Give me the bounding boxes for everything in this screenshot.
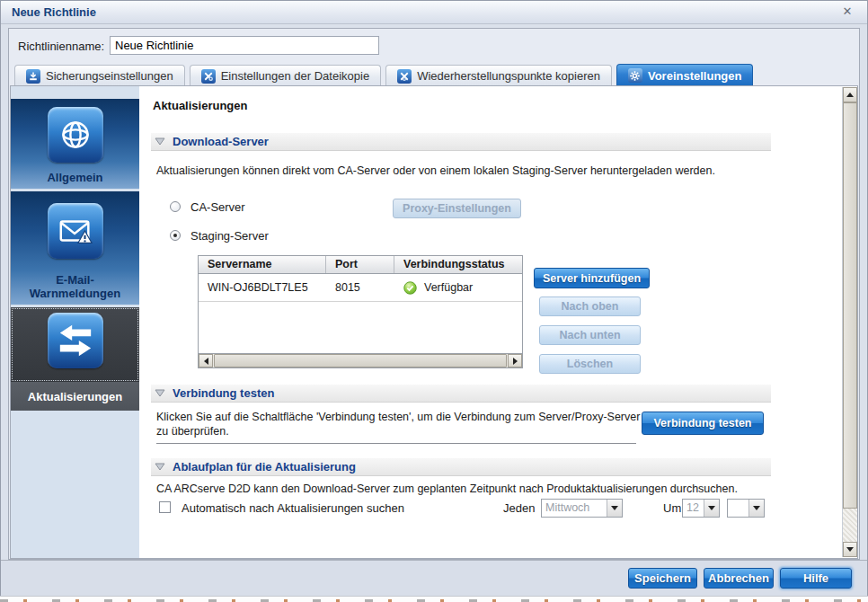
close-icon[interactable]: ✕ bbox=[840, 4, 855, 19]
vertical-scrollbar[interactable] bbox=[842, 87, 857, 557]
dialog-footer: Speichern Abbrechen Hilfe bbox=[1, 560, 867, 596]
chevron-down-icon bbox=[607, 500, 622, 517]
vertical-scrollbar-track[interactable] bbox=[843, 509, 857, 542]
section-header-download-server: Download-Server bbox=[151, 133, 771, 151]
staging-server-radio[interactable] bbox=[170, 230, 181, 241]
move-up-button[interactable]: Nach oben bbox=[539, 297, 641, 316]
help-button[interactable]: Hilfe bbox=[780, 568, 852, 589]
cell-status: Verfügbar bbox=[394, 281, 522, 295]
sidebar-selected-label-band: Aktualisierungen bbox=[11, 382, 139, 411]
weekday-select-value: Mittwoch bbox=[542, 500, 607, 517]
sidebar-item-allgemein[interactable]: Allgemein bbox=[11, 99, 139, 189]
table-header-row: Servername Port Verbindungsstatus bbox=[199, 256, 522, 274]
file-copy-settings-icon bbox=[201, 69, 216, 84]
test-connection-description: Klicken Sie auf die Schaltfläche 'Verbin… bbox=[156, 410, 642, 438]
download-server-description: Aktualisierungen können direkt vom CA-Se… bbox=[156, 164, 751, 178]
sidebar-item-email-warnmeldungen[interactable]: E-Mail- Warnmeldungen bbox=[11, 191, 139, 305]
scroll-left-icon[interactable] bbox=[199, 354, 213, 367]
background-page-sliver bbox=[0, 596, 868, 602]
vertical-scrollbar-thumb[interactable] bbox=[843, 102, 857, 509]
tab-strip: Sicherungseinstellungen Einstellungen de… bbox=[14, 64, 753, 86]
staging-server-radio-label: Staging-Server bbox=[190, 229, 269, 243]
dialog-titlebar: Neue Richtlinie ✕ bbox=[1, 1, 867, 24]
status-text: Verfügbar bbox=[424, 281, 473, 294]
collapse-icon[interactable] bbox=[153, 460, 166, 474]
cell-servername: WIN-OJ6BDLT7LE5 bbox=[199, 281, 326, 294]
ca-server-radio-label: CA-Server bbox=[190, 200, 245, 214]
table-horizontal-scrollbar[interactable] bbox=[199, 353, 522, 367]
table-empty-area bbox=[199, 302, 522, 353]
section-title: Download-Server bbox=[173, 135, 269, 148]
main-area: Aktualisierungen Download-Server Aktuali… bbox=[146, 86, 843, 558]
tab-label: Wiederherstellungspunkte kopieren bbox=[417, 69, 600, 83]
sidebar-icon-area bbox=[11, 191, 139, 259]
weekday-select[interactable]: Mittwoch bbox=[541, 499, 623, 518]
tab-preferences[interactable]: Voreinstellungen bbox=[616, 64, 754, 86]
table-row[interactable]: WIN-OJ6BDLT7LE5 8015 Verfügbar bbox=[199, 274, 522, 302]
copy-recovery-points-icon bbox=[397, 69, 412, 84]
tab-file-copy-settings[interactable]: Einstellungen der Dateikopie bbox=[190, 65, 382, 86]
minute-select-value bbox=[728, 500, 748, 517]
tab-content: Allgemein E-Mail- Warnmeldungen bbox=[10, 85, 858, 559]
tab-label: Sicherungseinstellungen bbox=[46, 69, 173, 83]
ca-server-radio[interactable] bbox=[170, 201, 181, 212]
schedule-description: CA ARCserve D2D kann den Download-Server… bbox=[156, 482, 785, 496]
collapse-icon[interactable] bbox=[153, 135, 166, 148]
email-alert-icon bbox=[48, 203, 103, 259]
save-button[interactable]: Speichern bbox=[628, 568, 697, 589]
proxy-settings-button[interactable]: Proxy-Einstellungen bbox=[393, 199, 521, 218]
auto-update-checkbox[interactable] bbox=[159, 501, 171, 513]
sidebar-item-aktualisierungen[interactable]: Aktualisierungen bbox=[11, 307, 139, 411]
scroll-down-icon[interactable] bbox=[843, 542, 857, 557]
globe-icon bbox=[48, 107, 103, 163]
chevron-down-icon bbox=[704, 500, 719, 517]
page-title: Aktualisierungen bbox=[153, 99, 247, 112]
tab-backup-settings[interactable]: Sicherungseinstellungen bbox=[14, 65, 185, 86]
minute-select[interactable] bbox=[727, 499, 765, 518]
horizontal-scrollbar-thumb[interactable] bbox=[214, 354, 507, 367]
dialog-title: Neue Richtlinie bbox=[12, 5, 96, 19]
sidebar-icon-area bbox=[11, 99, 139, 163]
hour-select[interactable]: 12 bbox=[682, 499, 720, 518]
sidebar-item-label: Aktualisierungen bbox=[28, 390, 122, 403]
add-server-button[interactable]: Server hinzufügen bbox=[534, 268, 650, 288]
sidebar-item-label: Allgemein bbox=[11, 171, 139, 184]
policy-name-label: Richtlinienname: bbox=[18, 40, 104, 53]
dialog-body-panel: Richtlinienname: Sicherungseinstellungen… bbox=[8, 28, 860, 560]
tab-copy-recovery-points[interactable]: Wiederherstellungspunkte kopieren bbox=[385, 65, 612, 86]
move-down-button[interactable]: Nach unten bbox=[539, 325, 641, 345]
tab-label: Einstellungen der Dateikopie bbox=[221, 69, 370, 83]
collapse-icon[interactable] bbox=[153, 386, 166, 400]
updates-arrows-icon bbox=[48, 313, 103, 368]
column-verbindungsstatus[interactable]: Verbindungsstatus bbox=[394, 256, 522, 273]
every-label: Jeden bbox=[503, 501, 535, 515]
delete-button[interactable]: Löschen bbox=[539, 354, 641, 374]
section-header-update-schedule: Ablaufplan für die Aktualisierung bbox=[151, 458, 771, 476]
chevron-down-icon bbox=[748, 500, 764, 517]
tab-label: Voreinstellungen bbox=[648, 69, 742, 83]
divider bbox=[156, 443, 636, 444]
at-label: Um bbox=[663, 501, 681, 515]
section-header-test-connection: Verbindung testen bbox=[151, 385, 771, 403]
new-policy-dialog: Neue Richtlinie ✕ Richtlinienname: Siche… bbox=[0, 0, 868, 596]
scroll-up-icon[interactable] bbox=[843, 87, 857, 102]
sidebar-icon-area bbox=[11, 307, 139, 382]
policy-name-input[interactable] bbox=[110, 36, 379, 55]
cancel-button[interactable]: Abbrechen bbox=[704, 568, 774, 589]
section-title: Ablaufplan für die Aktualisierung bbox=[173, 460, 356, 474]
backup-settings-icon bbox=[26, 69, 40, 84]
test-connection-button[interactable]: Verbindung testen bbox=[642, 412, 764, 435]
scroll-right-icon[interactable] bbox=[508, 354, 522, 367]
section-title: Verbindung testen bbox=[173, 386, 274, 400]
hour-select-value: 12 bbox=[683, 500, 704, 517]
status-ok-icon bbox=[403, 281, 417, 295]
staging-server-table: Servername Port Verbindungsstatus WIN-OJ… bbox=[198, 255, 523, 368]
preferences-gear-icon bbox=[628, 68, 642, 83]
column-servername[interactable]: Servername bbox=[199, 256, 326, 273]
sidebar: Allgemein E-Mail- Warnmeldungen bbox=[11, 86, 139, 558]
auto-update-checkbox-label: Automatisch nach Aktualisierungen suchen bbox=[182, 501, 404, 515]
column-port[interactable]: Port bbox=[326, 256, 394, 273]
sidebar-item-label: E-Mail- Warnmeldungen bbox=[11, 273, 139, 300]
cell-port: 8015 bbox=[326, 281, 394, 294]
